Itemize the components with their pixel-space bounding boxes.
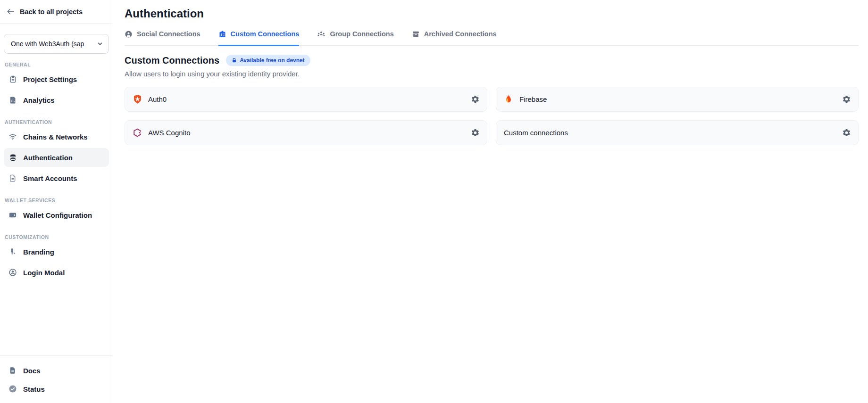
sidebar-item-project-settings[interactable]: Project Settings [4,70,109,89]
connection-card-aws-cognito[interactable]: AWS Cognito [125,120,487,145]
sidebar-item-wallet-configuration[interactable]: Wallet Configuration [4,206,109,224]
sidebar-item-label: Branding [23,248,54,256]
connection-card-auth0[interactable]: Auth0 [125,87,487,112]
sidebar-item-label: Analytics [23,96,55,104]
sidebar: Back to all projects One with Web3Auth (… [0,0,113,403]
back-label: Back to all projects [20,8,83,16]
main-content: Authentication Social Connections Custom… [113,0,868,403]
sidebar-item-authentication[interactable]: Authentication [4,148,109,167]
project-selector-dropdown[interactable]: One with Web3Auth (sap [4,34,109,54]
connections-grid: Auth0 Firebase AWS Cognito Custom [125,87,859,145]
connection-label: Custom connections [504,129,568,137]
tab-label: Group Connections [330,30,393,38]
wallet-icon [8,211,17,219]
sidebar-item-label: Login Modal [23,269,65,277]
sidebar-item-login-modal[interactable]: Login Modal [4,263,109,282]
brush-icon [8,248,17,255]
connection-card-firebase[interactable]: Firebase [496,87,859,112]
document-icon [8,367,17,374]
gear-icon[interactable] [471,128,480,137]
section-label-authentication: AUTHENTICATION [5,119,108,125]
firebase-icon [504,94,514,104]
sidebar-item-label: Project Settings [23,75,77,83]
connection-label: Firebase [519,95,547,103]
analytics-icon [8,96,17,104]
sidebar-item-label: Authentication [23,154,73,162]
section-heading-row: Custom Connections Available free on dev… [125,55,859,66]
section-heading: Custom Connections [125,55,219,66]
gear-icon[interactable] [842,95,851,104]
user-circle-icon [125,30,133,38]
section-label-general: GENERAL [5,62,108,67]
auth0-icon [133,94,142,104]
sidebar-footer: Docs Status [0,355,113,399]
tab-group-connections[interactable]: Group Connections [317,30,393,45]
sidebar-item-status[interactable]: Status [4,381,109,397]
section-subtitle: Allow users to login using your existing… [125,70,859,78]
tab-label: Archived Connections [424,30,497,38]
section-label-customization: CUSTOMIZATION [5,234,108,240]
project-selector-value: One with Web3Auth (sap [11,40,84,48]
tab-bar: Social Connections Custom Connections Gr… [125,30,859,46]
tab-archived-connections[interactable]: Archived Connections [412,30,497,45]
sidebar-item-analytics[interactable]: Analytics [4,90,109,109]
sidebar-item-label: Smart Accounts [23,174,77,182]
lock-icon [232,58,237,63]
connection-label: AWS Cognito [148,129,190,137]
arrow-left-icon [7,8,15,16]
gear-icon[interactable] [471,95,480,104]
tab-label: Custom Connections [231,30,300,38]
sidebar-item-smart-accounts[interactable]: Smart Accounts [4,169,109,188]
back-to-projects-link[interactable]: Back to all projects [0,7,113,24]
users-group-icon [317,30,326,38]
sidebar-item-label: Docs [23,367,41,375]
section-label-wallet-services: WALLET SERVICES [5,197,108,203]
badge-label: Available free on devnet [240,57,305,64]
archive-box-icon [412,30,420,38]
sidebar-item-label: Status [23,385,45,393]
connection-card-custom[interactable]: Custom connections [496,120,859,145]
sidebar-item-docs[interactable]: Docs [4,362,109,378]
id-badge-icon [218,30,226,38]
wifi-icon [8,132,17,141]
tab-label: Social Connections [137,30,200,38]
database-icon [8,154,17,162]
sidebar-item-chains-networks[interactable]: Chains & Networks [4,127,109,146]
aws-cognito-icon [133,128,142,138]
page-title: Authentication [125,7,859,21]
tab-custom-connections[interactable]: Custom Connections [218,30,300,45]
sidebar-item-label: Wallet Configuration [23,211,92,219]
user-circle-icon [8,268,17,277]
connection-label: Auth0 [148,95,167,103]
chevron-down-icon [97,41,103,47]
tab-social-connections[interactable]: Social Connections [125,30,200,45]
check-circle-icon [8,385,17,393]
gear-icon[interactable] [842,128,851,137]
document-icon [8,174,17,182]
devnet-badge: Available free on devnet [226,55,310,66]
sidebar-item-branding[interactable]: Branding [4,242,109,261]
sidebar-item-label: Chains & Networks [23,133,88,141]
clipboard-icon [8,75,17,83]
